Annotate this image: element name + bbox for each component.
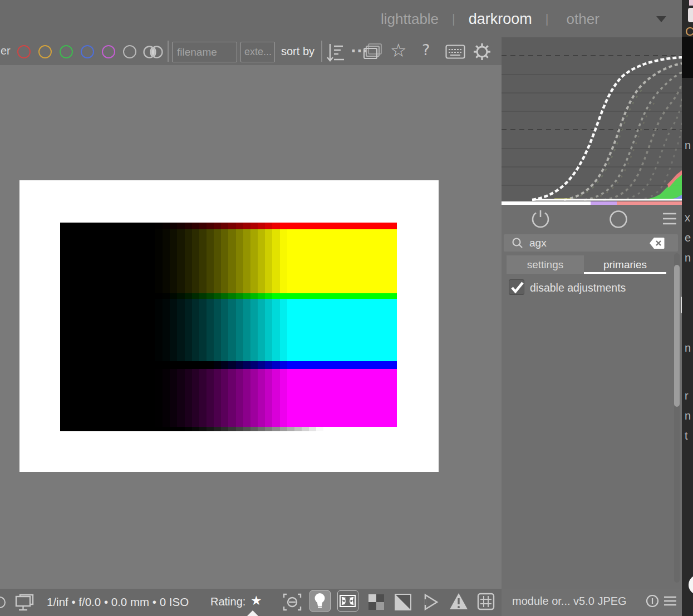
- screen-edge-strip: [682, 0, 693, 616]
- circle-indicator-icon[interactable]: [608, 209, 629, 230]
- power-icon[interactable]: [530, 209, 551, 230]
- edge-text-fragment: n: [685, 139, 691, 152]
- extension-filter-input[interactable]: [240, 42, 275, 62]
- exif-info: 1/inf • f/0.0 • 0.0 mm • 0 ISO: [47, 595, 189, 609]
- tab-primaries[interactable]: primaries: [584, 255, 666, 274]
- module-order-label[interactable]: module or... v5.0 JPEG: [512, 595, 627, 608]
- clear-search-icon[interactable]: [649, 236, 665, 250]
- edge-text-fragment: n: [685, 342, 691, 354]
- chart-row: [60, 427, 397, 431]
- grouping-icon[interactable]: [363, 42, 383, 61]
- color-filter-gray[interactable]: [123, 45, 136, 58]
- chart-row: [60, 361, 397, 369]
- help-icon[interactable]: ?: [422, 41, 430, 58]
- chevron-down-icon[interactable]: [656, 16, 666, 22]
- display-profile-bulb-button[interactable]: [309, 590, 331, 612]
- color-filter-red[interactable]: [17, 45, 31, 58]
- guides-overlay-icon[interactable]: [476, 592, 495, 611]
- chart-row: [60, 229, 397, 293]
- nav-separator: |: [545, 12, 549, 26]
- color-filter-purple[interactable]: [102, 45, 115, 58]
- edge-fragment: [689, 0, 693, 6]
- edge-text-fragment: n: [685, 252, 691, 264]
- tab-primaries-label: primaries: [603, 259, 647, 271]
- clipping-indicator-icon[interactable]: [282, 592, 303, 612]
- presets-menu-icon[interactable]: [662, 211, 677, 228]
- color-filter-green[interactable]: [60, 45, 73, 58]
- color-filter-yellow[interactable]: [38, 45, 52, 58]
- tab-settings-label: settings: [527, 259, 563, 271]
- edge-fragment: C: [685, 24, 693, 39]
- tab-settings[interactable]: settings: [507, 255, 584, 274]
- color-label-filters: [17, 45, 136, 58]
- edge-text-fragment: x: [685, 211, 690, 224]
- edge-text-fragment: e: [685, 231, 691, 244]
- edge-fragment: [688, 8, 693, 22]
- overexposed-warning-icon[interactable]: [449, 592, 469, 611]
- raw-overexposed-icon[interactable]: [421, 592, 440, 612]
- edge-text-fragment: t: [685, 430, 688, 442]
- edge-text-fragment: n: [685, 410, 691, 422]
- softproof-icon[interactable]: [394, 593, 412, 611]
- sort-by-label: sort by: [281, 45, 314, 58]
- nav-lighttable[interactable]: lighttable: [381, 11, 439, 28]
- chart-row: [60, 369, 397, 427]
- disable-adjustments-checkbox[interactable]: [509, 279, 524, 295]
- rating-star-icon[interactable]: ★: [250, 593, 262, 608]
- active-tab-underline: [584, 272, 666, 274]
- menu-icon[interactable]: [663, 595, 677, 607]
- filter-label-fragment: er: [1, 45, 11, 57]
- search-icon: [512, 237, 524, 249]
- search-input[interactable]: [529, 237, 649, 249]
- toolbar-separator: [168, 41, 169, 62]
- panel-scrollbar-thumb[interactable]: [674, 265, 680, 407]
- histogram-scope[interactable]: [502, 37, 682, 205]
- info-icon[interactable]: [646, 594, 659, 608]
- rating-label: Rating:: [210, 595, 245, 608]
- checkmark-icon: [509, 280, 525, 295]
- iso12646-preview-button[interactable]: [337, 590, 358, 612]
- disable-adjustments-label: disable adjustments: [530, 282, 626, 294]
- nav-separator: |: [452, 12, 455, 26]
- color-ramp-test-image: [60, 223, 397, 431]
- nav-darkroom[interactable]: darkroom: [469, 11, 532, 28]
- filmstrip-expand-arrow[interactable]: [247, 610, 258, 616]
- keyboard-shortcuts-icon[interactable]: [445, 45, 465, 59]
- screen-edge-black: [682, 37, 693, 78]
- sort-order-icon[interactable]: [326, 42, 345, 62]
- nav-other[interactable]: other: [567, 11, 599, 28]
- gamut-check-icon[interactable]: [367, 593, 385, 611]
- chart-row: [60, 299, 397, 361]
- second-window-icon[interactable]: [14, 593, 35, 612]
- color-overlay-icon[interactable]: [141, 46, 165, 58]
- star-filter-icon[interactable]: ☆: [390, 40, 407, 61]
- chart-row: [60, 293, 397, 299]
- filename-filter-input[interactable]: [172, 42, 237, 62]
- chart-row: [60, 223, 397, 229]
- color-filter-blue[interactable]: [81, 45, 94, 58]
- preferences-gear-icon[interactable]: [473, 42, 492, 61]
- iso12646-icon: [338, 591, 357, 610]
- toolbar-separator: [321, 41, 322, 62]
- bulb-icon: [310, 591, 330, 610]
- module-search-box[interactable]: [504, 234, 678, 252]
- view-switcher: lighttable | darkroom | other: [381, 0, 666, 38]
- edge-text-fragment: r: [685, 390, 689, 402]
